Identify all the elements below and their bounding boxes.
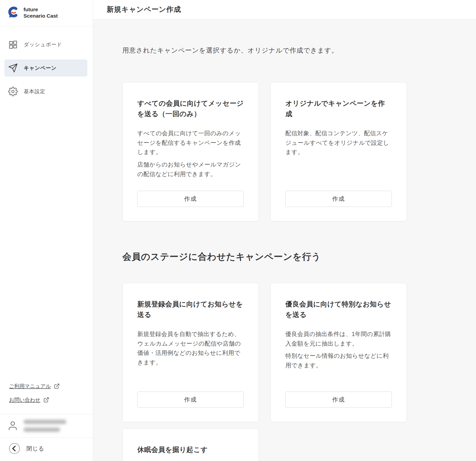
dashboard-grid-icon xyxy=(8,40,18,49)
chevron-left-circle-icon xyxy=(9,443,20,454)
sidebar-collapse-button[interactable]: 閉じる xyxy=(0,437,93,461)
card-row-top: すべての会員に向けてメッセージを送る（一回のみ） すべての会員に向けて一回のみの… xyxy=(122,82,461,221)
create-button[interactable]: 作成 xyxy=(137,191,244,207)
external-link-icon xyxy=(54,383,60,389)
intro-text: 用意されたキャンペーンを選択するか、オリジナルで作成できます。 xyxy=(122,46,461,55)
campaign-card-dormant-members: 休眠会員を掘り起こす xyxy=(122,428,259,461)
card-description: 配信対象、配信コンテンツ、配信スケジュールすべてをオリジナルで設定します。 xyxy=(285,129,392,157)
card-row-partial: 休眠会員を掘り起こす xyxy=(122,428,461,461)
page-title: 新規キャンペーン作成 xyxy=(107,5,181,14)
brand-logo-icon xyxy=(8,6,20,26)
user-name-redacted xyxy=(23,420,66,432)
section-heading: 会員のステージに合わせたキャンペーンを行う xyxy=(122,251,461,263)
user-icon xyxy=(7,420,18,431)
sidebar-item-dashboard[interactable]: ダッシュボード xyxy=(4,36,87,53)
collapse-label: 閉じる xyxy=(26,445,44,452)
manual-link[interactable]: ご利用マニュアル xyxy=(9,383,51,390)
card-row-stage: 新規登録会員に向けてお知らせを送る 新規登録会員を自動で抽出するため、ウェルカム… xyxy=(122,283,461,422)
card-description: すべての会員に向けて一回のみのメッセージを配信するキャンペーンを作成します。 店… xyxy=(137,129,244,179)
sidebar-item-campaign[interactable]: キャンペーン xyxy=(4,59,87,77)
main-area: 新規キャンペーン作成 用意されたキャンペーンを選択するか、オリジナルで作成できま… xyxy=(93,0,476,461)
sidebar-item-label: ダッシュボード xyxy=(24,41,62,48)
sidebar-footer: ご利用マニュアル お問い合わせ xyxy=(0,383,93,461)
campaign-card-loyal-members: 優良会員に向けて特別なお知らせを送る 優良会員の抽出条件は、1年間の累計購入金額… xyxy=(270,283,407,422)
campaign-card-all-members: すべての会員に向けてメッセージを送る（一回のみ） すべての会員に向けて一回のみの… xyxy=(122,82,259,221)
sidebar-item-label: 基本設定 xyxy=(24,88,45,95)
paper-plane-icon xyxy=(8,63,18,73)
user-account xyxy=(0,414,93,437)
content-area: 用意されたキャンペーンを選択するか、オリジナルで作成できます。 すべての会員に向… xyxy=(93,20,476,461)
create-button[interactable]: 作成 xyxy=(285,191,392,207)
sidebar-item-settings[interactable]: 基本設定 xyxy=(4,83,87,100)
brand-name: future Scenario Cast xyxy=(23,6,58,26)
card-title: 優良会員に向けて特別なお知らせを送る xyxy=(285,299,392,320)
sidebar-item-label: キャンペーン xyxy=(24,65,57,71)
sidebar-nav: ダッシュボード キャンペーン 基本設定 xyxy=(0,26,93,106)
external-link-icon xyxy=(43,397,49,403)
sidebar: future Scenario Cast ダッシュボード xyxy=(0,0,93,461)
card-title: すべての会員に向けてメッセージを送る（一回のみ） xyxy=(137,98,244,119)
card-description: 新規登録会員を自動で抽出するため、ウェルカムメッセージの配信や店舗の価値・活用例… xyxy=(137,329,244,368)
page-header: 新規キャンペーン作成 xyxy=(93,0,476,20)
card-title: 休眠会員を掘り起こす xyxy=(137,444,244,455)
gear-icon xyxy=(8,87,18,96)
create-button[interactable]: 作成 xyxy=(137,392,244,408)
card-title: オリジナルでキャンペーンを作成 xyxy=(285,98,392,119)
card-description: 優良会員の抽出条件は、1年間の累計購入金額を元に抽出します。 特別なセール情報の… xyxy=(285,329,392,371)
card-title: 新規登録会員に向けてお知らせを送る xyxy=(137,299,244,320)
create-button[interactable]: 作成 xyxy=(285,392,392,408)
contact-link[interactable]: お問い合わせ xyxy=(9,396,40,403)
app-logo: future Scenario Cast xyxy=(0,0,93,26)
campaign-card-original: オリジナルでキャンペーンを作成 配信対象、配信コンテンツ、配信スケジュールすべて… xyxy=(270,82,407,221)
campaign-card-new-members: 新規登録会員に向けてお知らせを送る 新規登録会員を自動で抽出するため、ウェルカム… xyxy=(122,283,259,422)
